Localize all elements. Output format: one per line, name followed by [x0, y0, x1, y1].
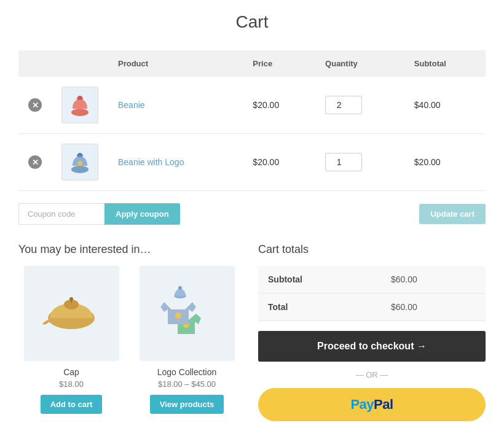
cart-table: Product Price Quantity Subtotal ✕ — [18, 50, 486, 191]
proceed-to-checkout-button[interactable]: Proceed to checkout → — [258, 331, 486, 362]
update-cart-button[interactable]: Update cart — [419, 204, 486, 224]
svg-point-8 — [77, 161, 82, 166]
svg-point-12 — [69, 297, 73, 301]
svg-point-14 — [175, 313, 181, 319]
col-header-quantity: Quantity — [315, 50, 404, 77]
interested-section: You may be interested in… — [18, 243, 240, 414]
svg-point-16 — [178, 286, 182, 290]
checkout-label: Proceed to checkout → — [317, 341, 427, 352]
product-card-price-logo: $18.00 – $45.00 — [158, 379, 216, 389]
quantity-cell-beanie — [315, 77, 404, 134]
remove-cell: ✕ — [18, 134, 52, 191]
svg-point-7 — [78, 153, 82, 157]
subtotal-row: Subtotal $60.00 — [258, 266, 486, 293]
product-card-price-cap: $18.00 — [59, 379, 84, 389]
svg-point-0 — [71, 109, 89, 116]
col-header-remove — [18, 50, 52, 77]
coupon-form: Apply coupon — [18, 203, 180, 225]
totals-table: Subtotal $60.00 Total $60.00 — [258, 266, 486, 321]
total-value: $60.00 — [381, 293, 486, 321]
cart-totals-section: Cart totals Subtotal $60.00 Total $60.00… — [258, 243, 486, 421]
product-card-image-logo-collection — [140, 266, 235, 361]
cap-svg — [37, 280, 105, 348]
price-cell-beanie: $20.00 — [243, 77, 315, 134]
product-card-name-logo: Logo Collection — [157, 367, 217, 377]
list-item: Logo Collection $18.00 – $45.00 View pro… — [134, 266, 240, 414]
beanie-logo-svg — [66, 149, 93, 176]
cart-totals-title: Cart totals — [258, 243, 486, 256]
interested-title: You may be interested in… — [18, 243, 240, 256]
remove-icon: ✕ — [28, 155, 42, 169]
product-link-beanie-logo[interactable]: Beanie with Logo — [118, 157, 184, 167]
product-name-cell: Beanie — [108, 77, 243, 134]
table-row: ✕ Beani — [18, 77, 486, 134]
subtotal-value: $60.00 — [381, 266, 486, 293]
page-title: Cart — [18, 12, 486, 32]
remove-cell: ✕ — [18, 77, 52, 134]
product-thumbnail — [61, 87, 98, 123]
product-card-name-cap: Cap — [63, 367, 79, 377]
product-card-image-cap — [24, 266, 119, 361]
quantity-input-beanie[interactable] — [325, 96, 362, 114]
cart-actions: Apply coupon Update cart — [18, 203, 486, 225]
svg-point-4 — [71, 166, 89, 173]
remove-item-button[interactable]: ✕ — [28, 155, 42, 169]
total-row: Total $60.00 — [258, 293, 486, 321]
image-cell — [52, 77, 108, 134]
quantity-cell-beanie-logo — [315, 134, 404, 191]
list-item: Cap $18.00 Add to cart — [18, 266, 124, 414]
col-header-image — [52, 50, 108, 77]
total-label: Total — [258, 293, 381, 321]
image-cell — [52, 134, 108, 191]
table-row: ✕ — [18, 134, 486, 191]
col-header-price: Price — [243, 50, 315, 77]
subtotal-label: Subtotal — [258, 266, 381, 293]
product-link-beanie[interactable]: Beanie — [118, 100, 145, 110]
subtotal-cell-beanie: $40.00 — [404, 77, 486, 134]
product-name-cell: Beanie with Logo — [108, 134, 243, 191]
beanie-svg — [66, 91, 93, 118]
paypal-logo: PayPal — [350, 397, 393, 413]
view-products-button[interactable]: View products — [150, 395, 224, 414]
or-divider: — OR — — [258, 370, 486, 379]
remove-icon: ✕ — [28, 98, 42, 112]
quantity-input-beanie-logo[interactable] — [325, 153, 362, 171]
svg-point-3 — [78, 96, 82, 99]
col-header-subtotal: Subtotal — [404, 50, 486, 77]
remove-item-button[interactable]: ✕ — [28, 98, 42, 112]
lower-section: You may be interested in… — [18, 243, 486, 421]
apply-coupon-button[interactable]: Apply coupon — [104, 203, 180, 225]
paypal-button[interactable]: PayPal — [258, 388, 486, 421]
col-header-product: Product — [108, 50, 243, 77]
price-cell-beanie-logo: $20.00 — [243, 134, 315, 191]
add-to-cart-button-cap[interactable]: Add to cart — [41, 395, 103, 414]
logo-collection-svg — [153, 280, 221, 348]
coupon-input[interactable] — [18, 203, 104, 225]
products-grid: Cap $18.00 Add to cart — [18, 266, 240, 414]
product-thumbnail — [61, 144, 98, 181]
subtotal-cell-beanie-logo: $20.00 — [404, 134, 486, 191]
